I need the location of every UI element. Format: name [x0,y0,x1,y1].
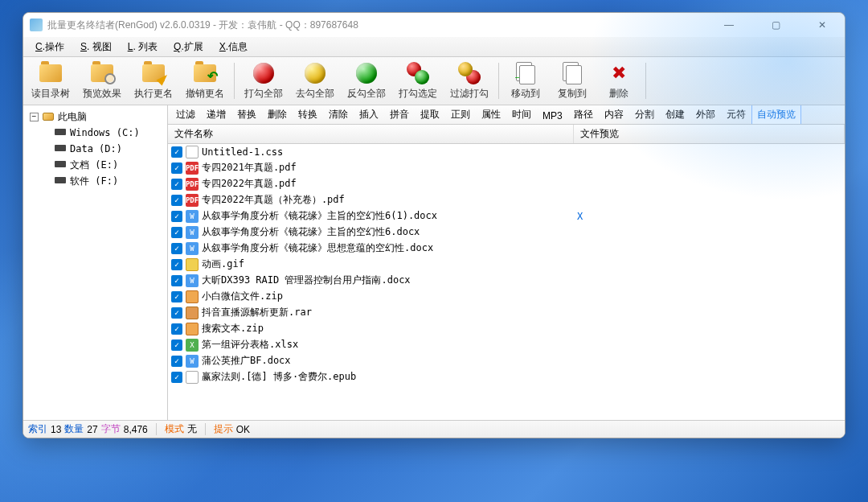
tab[interactable]: 插入 [354,105,384,124]
menu-extend[interactable]: Q.扩展 [166,37,211,56]
file-row[interactable]: ✓W从叙事学角度分析《镜花缘》思想意蕴的空幻性.docx [168,241,845,257]
tab[interactable]: 清除 [323,105,354,124]
status-count-value: 27 [87,424,97,435]
status-hint-value: OK [236,424,250,435]
tab[interactable]: MP3 [537,107,568,124]
file-row[interactable]: ✓W从叙事学角度分析《镜花缘》主旨的空幻性6(1).docxX [168,208,845,224]
checkbox-icon[interactable]: ✓ [171,146,182,158]
uncheck-all-button[interactable]: 去勾全部 [289,60,341,102]
tab[interactable]: 外部 [690,105,721,124]
file-preview-cell [574,369,845,385]
tab[interactable]: 过滤 [170,105,201,124]
file-preview-cell [574,192,845,208]
undo-rename-button[interactable]: ↶ 撤销更名 [179,60,231,102]
file-rar-icon [186,307,199,319]
check-all-button[interactable]: 打勾全部 [238,60,289,102]
checkbox-icon[interactable]: ✓ [171,227,182,238]
file-row[interactable]: ✓X第一组评分表格.xlsx [168,337,845,353]
tree-drive[interactable]: Data (D:) [27,141,164,157]
file-row[interactable]: ✓PDF专四2022年真题（补充卷）.pdf [168,192,845,208]
tab[interactable]: 替换 [231,105,262,124]
tree-root[interactable]: − 此电脑 [27,109,164,125]
toolbar-separator [645,63,646,99]
computer-icon [43,113,54,121]
minimize-button[interactable]: — [713,14,745,36]
checkbox-icon[interactable]: ✓ [171,243,182,254]
checkbox-icon[interactable]: ✓ [171,179,182,190]
tab[interactable]: 正则 [445,105,476,124]
menu-view[interactable]: S. 视图 [72,37,120,56]
menu-operate[interactable]: C.操作 [27,37,72,56]
file-preview-cell [574,160,845,176]
checkbox-icon[interactable]: ✓ [171,307,182,319]
tree-drive[interactable]: 软件 (F:) [27,173,164,189]
file-row[interactable]: ✓赢家法则.[德] 博多·舍费尔.epub [168,369,845,385]
collapse-icon[interactable]: − [30,113,39,121]
tree-drive[interactable]: Windows (C:) [27,125,164,141]
copy-icon [563,62,582,84]
menu-list[interactable]: L. 列表 [120,37,166,56]
execute-rename-button[interactable]: 执行更名 [128,60,179,102]
tab[interactable]: 自动预览 [751,105,801,124]
read-tree-button[interactable]: 读目录树 [25,60,76,102]
file-row[interactable]: ✓PDF专四2022年真题.pdf [168,176,845,192]
drive-icon [55,130,66,135]
tab[interactable]: 属性 [476,105,506,124]
file-row[interactable]: ✓Untitled-1.css [168,144,845,160]
preview-button[interactable]: 预览效果 [76,60,128,102]
file-row[interactable]: ✓动画.gif [168,257,845,273]
checkbox-icon[interactable]: ✓ [171,195,182,206]
status-hint-label: 提示 [214,422,233,436]
delete-button[interactable]: 删除 [596,60,642,102]
file-name: 大昕DX393 RAID 管理器控制台用户指南.docx [202,274,411,286]
close-button[interactable]: ✕ [806,14,838,36]
tab[interactable]: 元符 [721,105,751,124]
copy-to-button[interactable]: 复制到 [549,60,596,102]
file-row[interactable]: ✓搜索文本.zip [168,321,845,337]
checkbox-icon[interactable]: ✓ [171,356,182,367]
column-preview[interactable]: 文件预览 [574,125,845,144]
checkbox-icon[interactable]: ✓ [171,275,182,286]
file-preview-cell [574,176,845,192]
statusbar: 索引 13 数量 27 字节 8,476 模式 无 提示 OK [23,420,845,438]
tree-drive[interactable]: 文档 (E:) [27,157,164,173]
column-filename[interactable]: 文件名称 [168,125,574,144]
checkbox-icon[interactable]: ✓ [171,291,182,302]
file-row[interactable]: ✓小白微信文件.zip [168,289,845,305]
checkbox-icon[interactable]: ✓ [171,211,182,222]
menu-info[interactable]: X.信息 [211,37,256,56]
tabstrip: 过滤递增替换删除转换清除插入拼音提取正则属性时间MP3路径内容分割创建外部元符自… [168,105,845,125]
maximize-button[interactable]: ▢ [760,14,792,36]
checkbox-icon[interactable]: ✓ [171,339,182,351]
file-preview-cell [574,257,845,273]
tab[interactable]: 递增 [201,105,231,124]
tab[interactable]: 转换 [293,105,323,124]
checkbox-icon[interactable]: ✓ [171,372,182,383]
folder-tree-icon [39,64,62,82]
window-title: 批量更名终结者(RenGod) v2.6.0.0319 - 开发：袁伟航 - Q… [47,19,713,32]
filter-check-button[interactable]: 过滤打勾 [444,60,495,102]
checkbox-icon[interactable]: ✓ [171,259,182,270]
folder-undo-icon: ↶ [194,64,216,82]
file-row[interactable]: ✓W大昕DX393 RAID 管理器控制台用户指南.docx [168,273,845,289]
checkbox-icon[interactable]: ✓ [171,323,182,335]
file-row[interactable]: ✓W从叙事学角度分析《镜花缘》主旨的空幻性6.docx [168,224,845,241]
file-name: 小白微信文件.zip [202,290,283,302]
tab[interactable]: 删除 [262,105,293,124]
file-row[interactable]: ✓抖音直播源解析更新.rar [168,305,845,321]
tab[interactable]: 提取 [415,105,445,124]
checkbox-icon[interactable]: ✓ [171,163,182,174]
file-row[interactable]: ✓PDF专四2021年真题.pdf [168,160,845,176]
file-row[interactable]: ✓W蒲公英推广BF.docx [168,353,845,369]
tab[interactable]: 拼音 [384,105,415,124]
drive-icon [55,163,66,167]
tab[interactable]: 路径 [568,105,599,124]
tab[interactable]: 时间 [506,105,537,124]
tab[interactable]: 创建 [660,105,690,124]
invert-check-button[interactable]: 反勾全部 [341,60,392,102]
check-selected-button[interactable]: 打勾选定 [392,60,444,102]
status-bytes-value: 8,476 [124,424,148,435]
tab[interactable]: 内容 [599,105,629,124]
move-to-button[interactable]: → 移动到 [502,60,549,102]
tab[interactable]: 分割 [629,105,660,124]
